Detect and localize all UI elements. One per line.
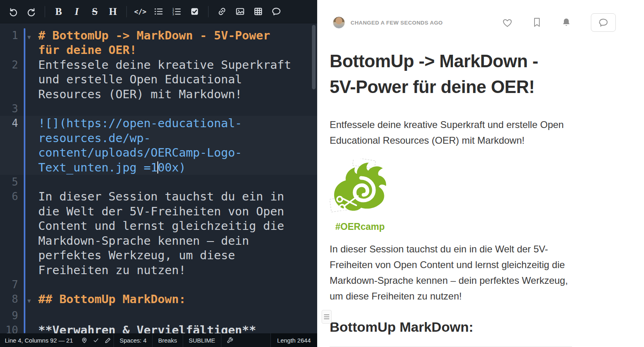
numbered-list-icon: 1 2 3 [172,7,181,16]
document-length: Length 2644 [270,333,317,347]
editor-line: 7 [0,277,317,292]
indent-setting[interactable]: Spaces: 4 [114,333,152,347]
checklist-icon [190,7,199,16]
editor-line-text [38,175,296,189]
oercamp-logo-image: #OERcamp [330,159,572,232]
image-button[interactable] [231,3,249,21]
line-number: 2 [0,58,19,72]
line-number: 8 [0,292,19,306]
line-number: 5 [0,175,19,189]
editor-pane: B I S H </> [0,0,317,347]
svg-text:3: 3 [172,12,174,16]
document-title: BottomUp -> MarkDown - 5V-Power für dein… [330,48,557,100]
notifications-button[interactable] [561,17,572,28]
last-changed-text: CHANGED A FEW SECONDS AGO [351,20,443,26]
preview-header: CHANGED A FEW SECONDS AGO [322,0,644,31]
heart-icon [502,18,513,28]
authorship-color-bar [24,28,25,333]
comment-icon [272,7,281,16]
editor-line: 3 [0,101,317,116]
cursor-position: Line 4, Columns 92 — 21 [5,337,73,344]
bullet-list-button[interactable] [149,3,167,21]
toolbar-separator [45,6,45,17]
image-markdown-after-cursor: 00x) [158,161,186,174]
line-number: 3 [0,101,19,116]
editor-scrollbar[interactable] [312,25,316,89]
bookmark-button[interactable] [532,17,542,28]
italic-button[interactable]: I [68,3,86,21]
markdown-editor[interactable]: 1 ▾ # BottomUp -> MarkDown - 5V-Power fü… [0,23,317,333]
heading-button[interactable]: H [104,3,122,21]
location-pin-icon[interactable] [81,337,87,343]
redo-button[interactable] [22,3,40,21]
table-button[interactable] [249,3,267,21]
undo-button[interactable] [4,3,22,21]
editor-line-text: ## BottomUp MarkDown: [38,292,296,306]
editor-line-text [38,277,296,292]
table-icon [254,7,263,16]
line-number: 4 [0,116,19,130]
editor-line: 5 [0,175,317,189]
bell-icon [561,17,572,28]
editor-line-text: **Verwahren & Vervielfältigen** [38,323,296,333]
editor-line-text: ![](https://open-educational-resources.d… [38,116,296,175]
editor-line: 8 ▾ ## BottomUp MarkDown: [0,292,317,308]
link-button[interactable] [213,3,231,21]
link-icon [217,7,227,16]
undo-icon [8,7,18,17]
bullet-list-icon [154,7,163,16]
linebreak-setting[interactable]: Breaks [152,333,183,347]
editor-line-text: # BottomUp -> MarkDown - 5V-Power für de… [38,28,296,58]
bold-button[interactable]: B [50,3,68,21]
avatar[interactable] [333,17,345,29]
editor-line-text: Entfessele deine kreative Superkraft und… [38,58,296,101]
italic-icon: I [75,6,79,17]
editor-line: 2 Entfessele deine kreative Superkraft u… [0,58,317,101]
code-button[interactable]: </> [131,3,149,21]
preview-actions [502,13,616,32]
line-number: 7 [0,277,19,292]
editor-toolbar: B I S H </> [0,0,317,23]
editor-line: 9 [0,308,317,323]
image-markdown-before-cursor: ![](https://open-educational-resources.d… [38,116,242,174]
checklist-button[interactable] [186,3,204,21]
comment-button[interactable] [267,3,285,21]
toolbar-separator [208,6,208,17]
session-paragraph: In dieser Session tauchst du ein in die … [330,241,572,304]
toolbar-separator [126,6,127,17]
strikethrough-icon: S [92,6,98,17]
line-number: 10 [0,323,19,333]
oercamp-logo-text: #OERcamp [335,221,572,232]
pencil-icon[interactable] [105,337,111,343]
comments-panel-button[interactable] [591,13,616,32]
code-icon: </> [134,8,147,16]
preferences-wrench-icon[interactable] [221,333,239,347]
app: B I S H </> [0,0,644,347]
numbered-list-button[interactable]: 1 2 3 [167,3,186,21]
pane-resize-handle[interactable] [322,310,332,324]
like-button[interactable] [502,18,513,28]
section-heading: BottomUp MarkDown: [330,318,572,336]
bookmark-icon [532,17,542,28]
line-number: 1 [0,28,19,43]
fold-chevron-icon[interactable]: ▾ [27,33,31,41]
heading-icon: H [109,6,117,17]
fold-chevron-icon[interactable]: ▾ [27,297,31,305]
line-number: 9 [0,308,19,323]
bold-icon: B [55,6,62,17]
editor-line-text [38,101,296,116]
intro-paragraph: Entfessele deine kreative Superkraft und… [330,117,572,148]
editor-line-text [38,308,296,323]
editor-statusbar: Line 4, Columns 92 — 21 Spaces: 4 Breaks… [0,333,317,347]
editor-line: 1 ▾ # BottomUp -> MarkDown - 5V-Power fü… [0,28,317,58]
strikethrough-button[interactable]: S [86,3,104,21]
rendered-document: BottomUp -> MarkDown - 5V-Power für dein… [330,48,572,347]
editor-line: 6 In dieser Session tauchst du ein in di… [0,189,317,277]
editor-line: 10 **Verwahren & Vervielfältigen** [0,323,317,333]
check-icon[interactable] [93,337,99,343]
oercamp-flame-graphic [330,159,390,219]
keymap-setting[interactable]: SUBLIME [183,333,221,347]
image-icon [235,7,245,16]
editor-line-text: In dieser Session tauchst du ein in die … [38,189,296,277]
preview-pane: CHANGED A FEW SECONDS AGO [322,0,644,347]
